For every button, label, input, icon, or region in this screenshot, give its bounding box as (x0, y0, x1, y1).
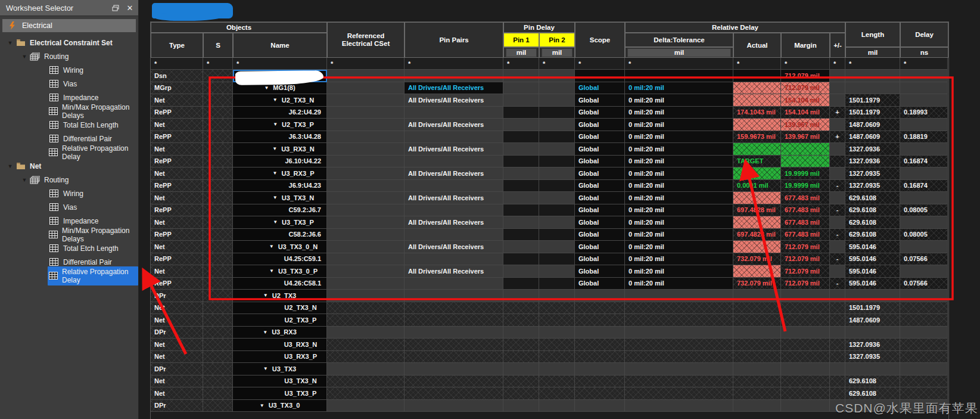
expand-triangle-icon[interactable]: ▼ (273, 97, 278, 103)
cell-margin[interactable] (781, 400, 830, 412)
cell-delay[interactable]: 0.16874 (900, 156, 948, 168)
cell-delay[interactable] (900, 216, 948, 229)
cell-p1[interactable] (503, 94, 539, 107)
cell-margin[interactable] (781, 387, 830, 400)
cell-p2[interactable] (539, 265, 575, 278)
cell-p2[interactable] (539, 290, 575, 302)
cell-actual[interactable] (733, 363, 781, 375)
cell-p2[interactable] (539, 375, 575, 388)
cell-actual[interactable]: 732.079 mil (733, 278, 781, 290)
cell-delta[interactable] (625, 400, 733, 412)
cell-delay[interactable]: 0.16874 (900, 180, 948, 193)
cell-s[interactable] (203, 180, 233, 193)
sidebar-item-wiring[interactable]: Wiring (0, 63, 138, 77)
cell-len[interactable]: 1327.0935 (845, 180, 900, 193)
cell-ref[interactable] (327, 327, 405, 339)
cell-margin[interactable]: 677.483 mil (781, 216, 830, 229)
cell-sign[interactable] (830, 119, 845, 131)
cell-actual[interactable] (733, 351, 781, 364)
cell-sign[interactable]: + (830, 131, 845, 144)
cell-sign[interactable] (830, 192, 845, 204)
cell-scope[interactable]: Global (575, 107, 625, 119)
cell-type[interactable]: Dsn (151, 70, 203, 82)
cell-sign[interactable]: - (830, 278, 845, 290)
filter-cell-p1[interactable]: * (503, 58, 539, 70)
cell-p2[interactable] (539, 351, 575, 364)
cell-s[interactable] (203, 192, 233, 204)
cell-p1[interactable] (503, 351, 539, 364)
cell-actual[interactable] (733, 290, 781, 302)
cell-delta[interactable] (625, 375, 733, 388)
cell-p1[interactable] (503, 107, 539, 119)
cell-name[interactable]: J6.3:U4.28 (233, 131, 327, 144)
expand-triangle-icon[interactable]: ▼ (273, 170, 278, 176)
cell-ref[interactable] (327, 216, 405, 229)
cell-type[interactable]: Net (151, 216, 203, 229)
cell-delta[interactable]: 0 mil:20 mil (625, 119, 733, 131)
cell-scope[interactable] (575, 363, 625, 375)
cell-type[interactable]: RePP (151, 180, 203, 193)
sidebar-item-total-etch-length[interactable]: Total Etch Length (0, 118, 138, 132)
cell-scope[interactable]: Global (575, 253, 625, 266)
cell-delay[interactable]: 0.07566 (900, 278, 948, 290)
cell-scope[interactable] (575, 351, 625, 364)
cell-type[interactable]: Net (151, 314, 203, 327)
cell-pp[interactable]: All Drivers/All Receivers (405, 192, 503, 204)
cell-name[interactable]: U2_TX3_P (233, 314, 327, 327)
cell-sign[interactable] (830, 290, 845, 302)
cell-delta[interactable]: 0 mil:20 mil (625, 265, 733, 278)
cell-actual[interactable] (733, 387, 781, 400)
cell-sign[interactable] (830, 314, 845, 327)
filter-cell-type[interactable]: * (151, 58, 203, 70)
cell-delta[interactable]: 0 mil:20 mil (625, 253, 733, 266)
cell-margin[interactable]: 677.483 mil (781, 229, 830, 241)
cell-name[interactable]: U2_TX3_N (233, 302, 327, 315)
cell-pp[interactable] (405, 387, 503, 400)
filter-cell-ref[interactable]: * (327, 58, 405, 70)
cell-scope[interactable]: Global (575, 265, 625, 278)
cell-ref[interactable] (327, 180, 405, 193)
cell-type[interactable]: RePP (151, 229, 203, 241)
cell-delay[interactable] (900, 302, 948, 315)
cell-name[interactable]: ▼U3_TX3_0 (233, 400, 327, 412)
cell-ref[interactable] (327, 339, 405, 351)
cell-delay[interactable] (900, 143, 948, 156)
cell-s[interactable] (203, 265, 233, 278)
filter-cell-len[interactable]: * (845, 58, 900, 70)
cell-pp[interactable]: All Drivers/All Receivers (405, 216, 503, 229)
cell-p2[interactable] (539, 143, 575, 156)
cell-scope[interactable]: Global (575, 216, 625, 229)
cell-name[interactable]: U4.26:C58.1 (233, 278, 327, 290)
cell-pp[interactable] (405, 131, 503, 144)
cell-margin[interactable] (781, 375, 830, 388)
cell-delta[interactable]: 0 mil:20 mil (625, 204, 733, 217)
cell-p2[interactable] (539, 216, 575, 229)
expand-triangle-icon[interactable]: ▼ (6, 163, 14, 169)
cell-p2[interactable] (539, 70, 575, 82)
cell-name[interactable]: ▼U3_RX3_N (233, 143, 327, 156)
cell-pp[interactable] (405, 302, 503, 315)
cell-ref[interactable] (327, 387, 405, 400)
cell-ref[interactable] (327, 156, 405, 168)
sidebar-item-total-etch-length[interactable]: Total Etch Length (0, 241, 138, 255)
cell-ref[interactable] (327, 363, 405, 375)
cell-margin[interactable]: 712.079 mil (781, 82, 830, 95)
cell-p1[interactable] (503, 229, 539, 241)
cell-ref[interactable] (327, 70, 405, 82)
cell-margin[interactable]: 712.079 mil (781, 278, 830, 290)
cell-s[interactable] (203, 314, 233, 327)
cell-sign[interactable] (830, 387, 845, 400)
cell-len[interactable]: 1487.0609 (845, 131, 900, 144)
cell-name[interactable]: C59.2:J6.7 (233, 204, 327, 217)
cell-delay[interactable] (900, 82, 948, 95)
cell-s[interactable] (203, 167, 233, 180)
cell-delay[interactable] (900, 339, 948, 351)
cell-actual[interactable] (733, 339, 781, 351)
cell-pp[interactable] (405, 156, 503, 168)
cell-type[interactable]: Net (151, 241, 203, 253)
expand-triangle-icon[interactable]: ▼ (273, 122, 278, 127)
cell-p2[interactable] (539, 167, 575, 180)
cell-p2[interactable] (539, 180, 575, 193)
cell-delay[interactable] (900, 241, 948, 253)
cell-len[interactable]: 595.0146 (845, 241, 900, 253)
